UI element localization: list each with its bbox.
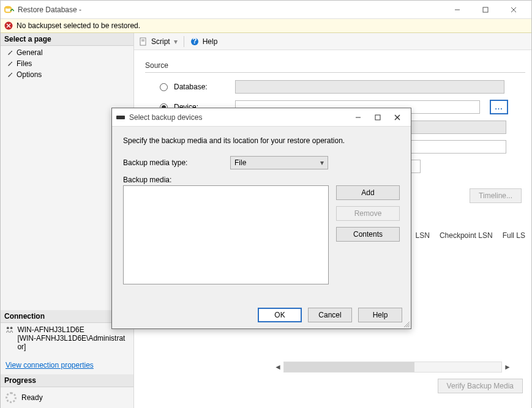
warning-bar: No backupset selected to be restored. [1,19,531,33]
toolbar-separator [184,36,184,47]
svg-point-9 [10,327,13,329]
script-button[interactable]: Script [151,37,170,46]
maximize-button[interactable] [471,1,500,18]
modal-titlebar[interactable]: Select backup devices [112,108,411,127]
media-label: Backup media: [123,176,230,184]
page-label: Options [17,70,42,79]
timeline-button[interactable]: Timeline... [470,188,522,203]
svg-rect-10 [140,38,146,45]
modal-maximize-button[interactable] [368,109,388,126]
main-titlebar[interactable]: Restore Database - [1,1,531,19]
modal-title: Select backup devices [129,113,348,122]
page-label: General [17,48,43,57]
wrench-icon [7,71,14,78]
source-database-row: Database: [160,80,525,94]
progress-header: Progress [1,374,133,387]
page-general[interactable]: General [1,47,133,58]
column-lsn: LSN [416,231,430,240]
source-header: Source [145,61,525,70]
modal-close-button[interactable] [388,109,407,126]
script-icon [139,37,148,46]
close-button[interactable] [500,1,528,18]
modal-instruction: Specify the backup media and its locatio… [123,136,400,145]
select-page-header: Select a page [1,33,133,46]
device-icon [116,114,126,121]
page-options[interactable]: Options [1,69,133,80]
contents-button[interactable]: Contents [336,227,400,242]
modal-help-button[interactable]: Help [358,308,402,322]
media-type-label: Backup media type: [123,158,230,167]
progress-text: Ready [21,393,43,402]
scroll-right-icon[interactable]: ► [502,362,513,373]
database-radio[interactable] [160,83,168,91]
column-full: Full LS [503,231,525,240]
ok-button[interactable]: OK [258,308,302,322]
scroll-left-icon[interactable]: ◄ [272,362,283,373]
modal-minimize-button[interactable] [348,109,368,126]
connection-icon [6,325,13,334]
script-dropdown-icon[interactable]: ▾ [174,37,178,46]
remove-button[interactable]: Remove [336,206,400,221]
progress-spinner-icon [6,392,17,403]
wrench-icon [7,60,14,67]
svg-rect-15 [116,116,125,119]
verify-backup-button[interactable]: Verify Backup Media [438,379,523,393]
resize-grip[interactable] [402,320,410,327]
database-restore-icon [4,5,14,15]
wrench-icon [7,49,14,56]
main-title: Restore Database - [18,6,443,14]
column-checkpoint: Checkpoint LSN [440,231,493,240]
view-connection-link[interactable]: View connection properties [6,361,94,369]
svg-rect-17 [375,115,380,120]
database-radio-label: Database: [174,83,229,91]
add-button[interactable]: Add [336,185,400,200]
source-divider [145,72,525,73]
minimize-button[interactable] [443,1,471,18]
help-button[interactable]: Help [203,37,218,46]
media-type-value: File [234,158,246,167]
page-files[interactable]: Files [1,58,133,69]
login-name: [WIN-AFNHJ3L1D6E\Administrator] [17,334,129,351]
backup-grid-headers: LSN Checkpoint LSN Full LS [416,231,525,240]
device-browse-button[interactable]: ... [490,100,508,114]
error-icon [4,21,13,30]
svg-text:?: ? [192,37,197,45]
page-label: Files [17,59,32,68]
cancel-button[interactable]: Cancel [308,308,352,322]
help-icon: ? [190,37,199,46]
media-listbox[interactable] [123,185,329,284]
chevron-down-icon: ▾ [320,158,324,167]
media-type-select[interactable]: File ▾ [230,156,328,169]
svg-point-0 [5,6,11,8]
select-backup-devices-dialog: Select backup devices Specify the backup… [111,108,411,329]
grid-horizontal-scrollbar[interactable]: ◄ ► [272,362,513,373]
content-toolbar: Script ▾ ? Help [134,33,531,50]
svg-rect-2 [483,7,488,12]
database-combo[interactable] [235,80,504,94]
warning-text: No backupset selected to be restored. [17,21,140,30]
svg-point-8 [7,327,9,329]
